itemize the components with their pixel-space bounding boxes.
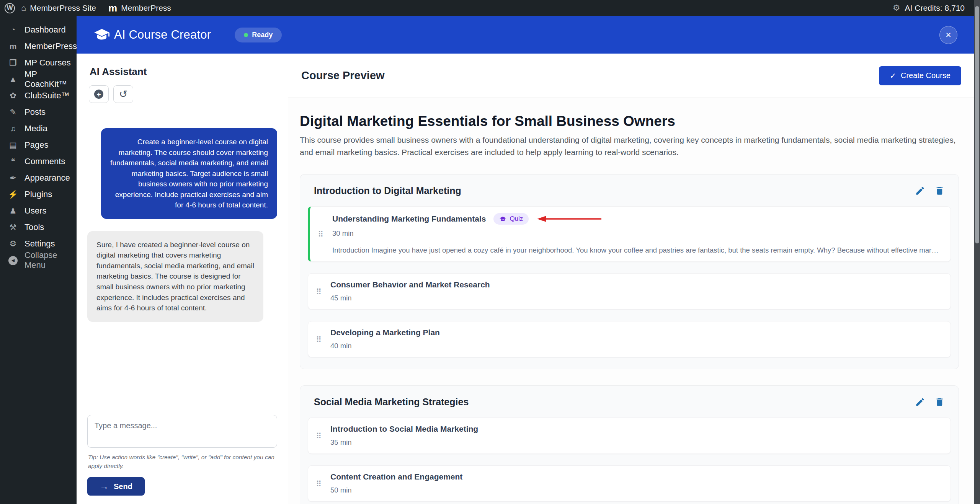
sidebar-item-comments[interactable]: ❝ Comments: [0, 153, 77, 170]
close-button[interactable]: ✕: [939, 26, 957, 44]
user-message-bubble: Create a beginner-level course on digita…: [101, 128, 277, 219]
drag-handle-icon[interactable]: ⠿: [316, 480, 322, 488]
lesson-card[interactable]: ⠿ Consumer Behavior and Market Research …: [308, 273, 951, 310]
chat-history-button[interactable]: ↺: [113, 85, 133, 103]
dashboard-icon: ◔: [8, 26, 18, 34]
sidebar-item-mp-courses[interactable]: ❐ MP Courses: [0, 54, 77, 71]
history-icon: ↺: [119, 89, 128, 99]
sidebar-item-clubsuite-[interactable]: ✿ ClubSuite™: [0, 87, 77, 104]
pages-icon: ▤: [8, 141, 18, 149]
sidebar-item-memberpress[interactable]: m MemberPress: [0, 38, 77, 54]
sidebar-item-settings[interactable]: ⚙ Settings: [0, 235, 77, 252]
sidebar-item-label: Dashboard: [24, 25, 66, 35]
page-title: AI Course Creator: [114, 28, 211, 42]
window-scrollbar[interactable]: [974, 0, 980, 504]
gear-icon: ⚙: [893, 4, 900, 12]
sidebar-item-label: Pages: [24, 140, 48, 150]
sidebar-item-label: MP CoachKit™: [24, 69, 77, 89]
lesson-title: Consumer Behavior and Market Research: [330, 280, 490, 289]
ai-credits-label: AI Credits: 8,710: [905, 3, 965, 13]
status-badge: Ready: [235, 28, 282, 42]
lesson-duration: 35 min: [330, 438, 941, 447]
section-header: Introduction to Digital Marketing: [308, 185, 951, 206]
pin-icon: ✎: [8, 108, 18, 116]
sidebar-item-collapse-menu[interactable]: ◀ Collapse Menu: [0, 252, 77, 268]
pencil-icon: [915, 397, 925, 407]
lesson-title-row: Consumer Behavior and Market Research: [330, 280, 941, 289]
quiz-cap-icon: [499, 216, 506, 222]
lesson-duration: 45 min: [330, 294, 941, 302]
quiz-badge-label: Quiz: [510, 215, 523, 223]
ai-course-creator-header: AI Course Creator Ready ✕: [77, 16, 974, 54]
create-course-button[interactable]: ✓ Create Course: [879, 66, 961, 85]
scrollbar-thumb[interactable]: [975, 6, 979, 243]
chat-actions: + ↺: [89, 85, 277, 103]
lesson-title-row: Content Creation and Engagement: [330, 472, 941, 481]
clubsuite-icon: ✿: [8, 91, 18, 99]
lesson-duration: 30 min: [332, 229, 941, 238]
sidebar-item-label: Collapse Menu: [24, 250, 77, 270]
course-section-card: Introduction to Digital Marketing ⠿ Unde…: [300, 174, 959, 369]
course-title: Digital Marketing Essentials for Small B…: [300, 113, 959, 129]
sidebar-item-dashboard[interactable]: ◔ Dashboard: [0, 21, 77, 38]
delete-section-button[interactable]: [934, 397, 945, 407]
memberpress-label: MemberPress: [121, 3, 171, 13]
delete-section-button[interactable]: [934, 186, 945, 196]
ai-credits-area[interactable]: ⚙ AI Credits: 8,710: [893, 3, 980, 13]
sidebar-item-label: Comments: [24, 157, 65, 166]
sidebar-item-plugins[interactable]: ⚡ Plugins: [0, 186, 77, 202]
sidebar-item-label: MP Courses: [24, 58, 71, 68]
drag-handle-icon[interactable]: ⠿: [318, 230, 323, 238]
graduation-cap-icon: [93, 28, 110, 42]
sidebar-item-posts[interactable]: ✎ Posts: [0, 104, 77, 120]
lesson-card[interactable]: ⠿ Introduction to Social Media Marketing…: [308, 418, 951, 454]
users-icon: ♟: [8, 207, 18, 215]
app-window: W ⌂ MemberPress Site m MemberPress ⚙ AI …: [0, 0, 980, 504]
status-dot-icon: [244, 33, 248, 37]
settings-icon: ⚙: [8, 240, 18, 248]
edit-section-button[interactable]: [915, 186, 925, 196]
admin-bar-memberpress-link[interactable]: m MemberPress: [102, 0, 177, 16]
red-arrow-annotation: [537, 215, 603, 223]
chat-messages: Create a beginner-level course on digita…: [87, 128, 277, 415]
sidebar-item-users[interactable]: ♟ Users: [0, 202, 77, 219]
lesson-title: Understanding Marketing Fundamentals: [332, 214, 486, 223]
sidebar-item-tools[interactable]: ⚒ Tools: [0, 219, 77, 235]
course-preview-header: Course Preview ✓ Create Course: [288, 54, 974, 98]
close-icon: ✕: [946, 31, 952, 39]
message-input[interactable]: [87, 415, 277, 448]
section-title: Social Media Marketing Strategies: [314, 396, 469, 408]
section-actions: [915, 186, 945, 196]
lesson-card[interactable]: ⠿ Content Creation and Engagement 50 min: [308, 465, 951, 502]
new-chat-button[interactable]: +: [89, 85, 109, 103]
sidebar-item-pages[interactable]: ▤ Pages: [0, 137, 77, 153]
comments-icon: ❝: [8, 157, 18, 165]
drag-handle-icon[interactable]: ⠿: [316, 287, 322, 295]
section-title: Introduction to Digital Marketing: [314, 185, 461, 196]
send-button[interactable]: → Send: [87, 477, 145, 496]
plugin-icon: ⚡: [8, 190, 18, 198]
trash-icon: [934, 186, 945, 196]
sidebar-item-label: MemberPress: [24, 41, 77, 51]
lesson-title: Developing a Marketing Plan: [330, 328, 440, 337]
drag-handle-icon[interactable]: ⠿: [316, 335, 322, 343]
drag-handle-icon[interactable]: ⠿: [316, 432, 322, 440]
course-description: This course provides small business owne…: [300, 134, 959, 158]
sidebar-menu: ◔ Dashboard m MemberPress ❐ MP Courses ▲…: [0, 21, 77, 268]
status-label: Ready: [252, 31, 273, 39]
lesson-title-row: Introduction to Social Media Marketing: [330, 424, 941, 434]
admin-bar-site-link[interactable]: ⌂ MemberPress Site: [15, 0, 102, 16]
ai-assistant-panel: AI Assistant + ↺ Create a beginner-level…: [77, 54, 288, 504]
edit-section-button[interactable]: [915, 397, 925, 407]
lesson-card[interactable]: ⠿ Understanding Marketing Fundamentals Q…: [308, 206, 951, 262]
sidebar-item-appearance[interactable]: ✒ Appearance: [0, 170, 77, 186]
lesson-title: Content Creation and Engagement: [330, 472, 462, 481]
composer-tip: Tip: Use action words like "create", "wr…: [88, 453, 276, 470]
coachkit-icon: ▲: [8, 75, 18, 83]
sidebar-item-label: Users: [24, 206, 46, 216]
lesson-duration: 50 min: [330, 486, 941, 494]
sidebar-item-media[interactable]: ♫ Media: [0, 120, 77, 137]
wordpress-icon[interactable]: W: [5, 3, 15, 13]
sidebar-item-mp-coachkit-[interactable]: ▲ MP CoachKit™: [0, 71, 77, 87]
lesson-card[interactable]: ⠿ Developing a Marketing Plan 40 min: [308, 321, 951, 357]
